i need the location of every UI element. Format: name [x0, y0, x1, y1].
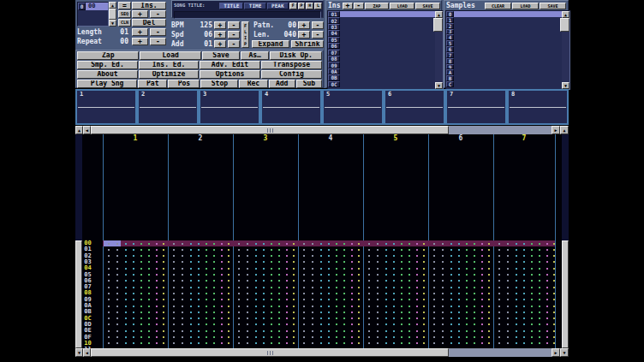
- ins-save-button[interactable]: SAVE: [415, 3, 440, 9]
- sample-row[interactable]: 5: [446, 40, 569, 46]
- shrink-button[interactable]: Shrink: [291, 40, 324, 48]
- repeat-plus-button[interactable]: +: [132, 38, 148, 45]
- tab-time[interactable]: TIME: [244, 3, 265, 9]
- instrument-list[interactable]: 0102030405060708090A0B0C▲▼: [327, 10, 444, 90]
- pattern-vscroll-right-thumb[interactable]: [562, 240, 569, 348]
- sample-number[interactable]: 9: [446, 64, 454, 70]
- pattern-row-0B[interactable]: 0B: [75, 309, 569, 315]
- pattern-row-0A[interactable]: 0A: [75, 303, 569, 309]
- instrument-number[interactable]: 0B: [328, 74, 340, 80]
- pattern-vscroll-left[interactable]: [75, 134, 82, 348]
- pattern-row-03[interactable]: 03: [75, 259, 569, 265]
- scope-channel-2[interactable]: 2: [137, 89, 199, 125]
- pattern-row-08[interactable]: 08: [75, 290, 569, 296]
- pattern-hscroll-track2[interactable]: [91, 348, 552, 357]
- order-list-row[interactable]: 0 00: [78, 3, 108, 10]
- instrument-name-cell[interactable]: [340, 62, 443, 68]
- position-ins-button[interactable]: Ins.: [132, 2, 166, 9]
- pattern-hscroll-thumb[interactable]: [91, 126, 449, 134]
- len-minus-button[interactable]: -: [312, 31, 324, 39]
- order-index-cell[interactable]: 0: [78, 3, 86, 10]
- pattern-vscroll-down-right-button[interactable]: ▼: [560, 348, 569, 357]
- menu-play-sng-button[interactable]: Play Sng: [77, 80, 137, 88]
- instrument-number[interactable]: 07: [328, 50, 340, 56]
- sample-row[interactable]: 8: [446, 58, 569, 64]
- length-minus-button[interactable]: -: [150, 28, 166, 36]
- sample-number[interactable]: 1: [446, 17, 454, 23]
- sample-name-cell[interactable]: [454, 40, 569, 46]
- sample-number[interactable]: 8: [446, 58, 454, 64]
- pattern-editor[interactable]: ▲ ◀ ▶ ▲ 1234567 000102030405060708090A0B…: [75, 126, 569, 357]
- sample-number[interactable]: 5: [446, 40, 454, 46]
- pattern-row-0C[interactable]: 0C: [75, 316, 569, 322]
- menu-save-button[interactable]: Save: [202, 51, 240, 60]
- sample-name-cell[interactable]: [454, 29, 569, 35]
- pattern-row-04[interactable]: 04: [75, 265, 569, 271]
- bpm-minus-button[interactable]: -: [228, 21, 240, 29]
- instrument-number[interactable]: 02: [328, 17, 340, 23]
- sample-name-cell[interactable]: [454, 46, 569, 52]
- ins-scroll-up-button[interactable]: ▲: [435, 11, 443, 18]
- sample-row[interactable]: 7: [446, 52, 569, 58]
- expand-button[interactable]: Expand: [252, 40, 289, 48]
- menu-pos-button[interactable]: Pos: [168, 80, 200, 88]
- mini-l-button[interactable]: L: [314, 3, 322, 9]
- instrument-name-cell[interactable]: [340, 43, 443, 49]
- song-title-input[interactable]: [174, 11, 321, 19]
- pattern-hscroll-left-button2[interactable]: ◀: [83, 348, 91, 357]
- add-plus-button[interactable]: +: [214, 40, 226, 48]
- instrument-row[interactable]: 02: [328, 17, 443, 23]
- pattern-row-07[interactable]: 07: [75, 284, 569, 290]
- instrument-name-cell[interactable]: [340, 81, 443, 87]
- sample-number[interactable]: 7: [446, 52, 454, 58]
- instrument-name-cell[interactable]: [340, 17, 443, 23]
- pattern-hscroll-right-button[interactable]: ▶: [552, 126, 560, 134]
- sample-row[interactable]: 0: [446, 11, 569, 17]
- eq-button[interactable]: =: [118, 2, 131, 9]
- sample-list[interactable]: 0123456789ABC▲▼: [445, 10, 570, 90]
- pattern-vscroll-up-left-button[interactable]: ▲: [75, 126, 83, 134]
- pattern-row-0F[interactable]: 0F: [75, 335, 569, 341]
- sample-row[interactable]: 1: [446, 17, 569, 23]
- sample-number[interactable]: A: [446, 69, 454, 75]
- menu-optimize-button[interactable]: Optimize: [139, 70, 199, 79]
- instrument-row[interactable]: 0C: [328, 81, 443, 87]
- smp-clear-button[interactable]: CLEAR: [485, 3, 511, 9]
- sample-name-cell[interactable]: [454, 52, 569, 58]
- smp-scroll-up-button[interactable]: ▲: [562, 11, 569, 18]
- instrument-name-cell[interactable]: [340, 68, 443, 74]
- instrument-name-cell[interactable]: [340, 50, 443, 56]
- instrument-name-cell[interactable]: [340, 24, 443, 30]
- sample-name-cell[interactable]: [454, 69, 569, 75]
- scope-channel-4[interactable]: 4: [260, 89, 322, 125]
- bpm-plus-button[interactable]: +: [214, 21, 226, 29]
- patn-minus-button[interactable]: -: [312, 21, 324, 29]
- sample-name-cell[interactable]: [454, 58, 569, 64]
- sample-row[interactable]: B: [446, 75, 569, 81]
- pattern-row-05[interactable]: 05: [75, 272, 569, 278]
- menu-options-button[interactable]: Options: [200, 70, 260, 79]
- menu-adv-edit-button[interactable]: Adv. Edit: [200, 61, 260, 69]
- pattern-vscroll-up-right-button[interactable]: ▲: [560, 126, 569, 134]
- instrument-row[interactable]: 09: [328, 62, 443, 68]
- instrument-number[interactable]: 09: [328, 62, 340, 68]
- pattern-hscroll-bottom[interactable]: ▼ ◀ ▶ ▼: [75, 348, 569, 357]
- add-minus-button[interactable]: -: [228, 40, 240, 48]
- sample-number[interactable]: 4: [446, 34, 454, 40]
- pattern-row-06[interactable]: 06: [75, 278, 569, 284]
- flip-button[interactable]: FLIP: [242, 21, 249, 48]
- menu-stop-button[interactable]: Stop: [200, 80, 238, 88]
- ins-minus-button[interactable]: -: [354, 3, 364, 9]
- sample-name-cell[interactable]: [454, 11, 569, 17]
- menu-about-button[interactable]: About: [77, 70, 138, 79]
- instrument-row[interactable]: 01: [328, 11, 443, 17]
- instrument-row[interactable]: 0B: [328, 74, 443, 80]
- pattern-hscroll-right-button2[interactable]: ▶: [552, 348, 560, 357]
- scope-channel-3[interactable]: 3: [199, 89, 260, 125]
- ins-load-button[interactable]: LOAD: [390, 3, 414, 9]
- order-scroll-up-button[interactable]: ▲: [109, 2, 116, 9]
- spd-plus-button[interactable]: +: [214, 31, 226, 39]
- pattern-row-09[interactable]: 09: [75, 297, 569, 303]
- mini-p-button[interactable]: P: [298, 3, 306, 9]
- instrument-number[interactable]: 04: [328, 30, 340, 36]
